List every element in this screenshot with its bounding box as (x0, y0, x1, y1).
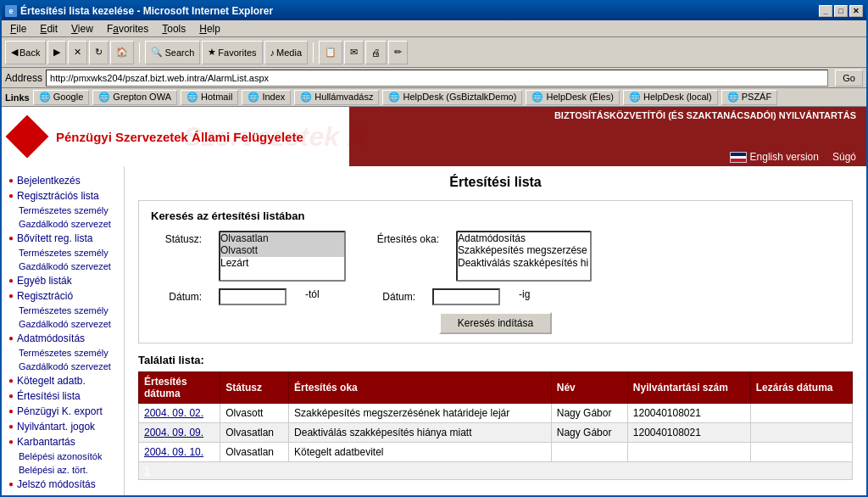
sidebar-item-kotegelt[interactable]: Kötegelt adatb. (2, 373, 124, 388)
logo-area: Pénzügyi Szervezetek Állami Felügyelete … (2, 107, 349, 166)
sidebar-item-regisztracio[interactable]: Regisztráció (2, 288, 124, 304)
separator-2 (313, 42, 314, 63)
sidebar-item-jelszo-modositas[interactable]: Jelszó módosítás (2, 477, 124, 492)
edit-page-button[interactable]: ✏ (388, 41, 408, 64)
status-option-olvasott[interactable]: Olvasott (220, 244, 344, 256)
link-helpdesk-local[interactable]: 🌐 HelpDesk (local) (623, 90, 718, 105)
status-option-lezart[interactable]: Lezárt (220, 257, 344, 269)
menu-file[interactable]: File (5, 21, 31, 36)
english-version-link[interactable]: English version (730, 151, 819, 163)
toolbar: ◀ Back ▶ ✕ ↻ 🏠 🔍 Search ★ Favorites ♪ Me… (2, 37, 866, 68)
home-button[interactable]: 🏠 (110, 41, 134, 64)
history-button[interactable]: 📋 (319, 41, 342, 64)
link-pszaf[interactable]: 🌐 PSZÁF (721, 90, 778, 105)
sidebar-item-term-szemely-2[interactable]: Természetes személy (2, 246, 124, 260)
sidebar-item-nyilvantart-jogok[interactable]: Nyilvántart. jogok (2, 419, 124, 434)
oka-option-deaktiv[interactable]: Deaktiválás szakképesítés hi (458, 257, 590, 269)
sidebar-item-ertesitesi-lista[interactable]: Értesítési lista (2, 388, 124, 404)
back-button[interactable]: ◀ Back (5, 41, 46, 64)
print-button[interactable]: 🖨 (365, 41, 387, 64)
sidebar-item-belepes-az-tort[interactable]: Belépési az. tört. (2, 463, 124, 477)
sidebar-item-karbantartas[interactable]: Karbantartás (2, 434, 124, 450)
row3-nev (551, 443, 627, 462)
row1-lezaras (750, 404, 852, 423)
sidebar-item-bovitett-reg[interactable]: Bővített reg. lista (2, 231, 124, 246)
sidebar-item-egyeb-listak[interactable]: Egyéb listák (2, 273, 124, 288)
forward-button[interactable]: ▶ (47, 41, 66, 64)
sidebar-item-penzugyi-export[interactable]: Pénzügyi K. export (2, 404, 124, 419)
link-google[interactable]: 🌐 Google (33, 90, 90, 105)
stop-button[interactable]: ✕ (68, 41, 87, 64)
oka-option-szakkep[interactable]: Szakképesítés megszerzése (458, 244, 590, 256)
separator-1 (139, 42, 140, 63)
close-button[interactable]: ✕ (849, 5, 863, 17)
link-hullamvadasz[interactable]: 🌐 Hullámvadász (294, 90, 379, 105)
sidebar-item-gazd-szervezet-3[interactable]: Gazdálkodó szervezet (2, 317, 124, 331)
favorites-button[interactable]: ★ Favorites (202, 41, 262, 64)
row2-lezaras (750, 423, 852, 443)
oka-option-adatmod[interactable]: Adatmódosítás (458, 232, 590, 244)
row1-ok: Szakképesítés megszerzésének határideje … (289, 404, 552, 423)
sidebar-item-gazd-szervezet-2[interactable]: Gazdálkodó szervezet (2, 260, 124, 273)
search-btn-row: Keresés indítása (151, 312, 840, 334)
address-input[interactable] (46, 70, 828, 87)
address-input-wrap (46, 70, 828, 87)
tol-suffix: -tól (305, 288, 320, 300)
search-start-button[interactable]: Keresés indítása (439, 312, 552, 334)
sidebar-item-regisztracios-lista[interactable]: Regisztrációs lista (2, 188, 124, 204)
row2-nyilv: 120040108021 (627, 423, 750, 443)
sidebar-item-adatmodositas[interactable]: Adatmódosítás (2, 331, 124, 346)
sidebar-item-belepes-azonositok[interactable]: Belépési azonosítók (2, 450, 124, 463)
datum-tol-input[interactable] (219, 288, 287, 305)
table-row: 2004. 09. 10. Olvasatlan Kötegelt adatbe… (139, 443, 853, 462)
datum-ig-input[interactable] (432, 288, 500, 305)
ertesites-oka-select[interactable]: Adatmódosítás Szakképesítés megszerzése … (456, 231, 592, 282)
row2-datum-link[interactable]: 2004. 09. 09. (144, 427, 203, 438)
go-button[interactable]: Go (835, 70, 863, 87)
row1-datum-link[interactable]: 2004. 09. 02. (144, 407, 203, 419)
minimize-button[interactable]: _ (819, 5, 832, 17)
sidebar-item-term-szemely-3[interactable]: Természetes személy (2, 304, 124, 317)
menu-tools[interactable]: Tools (157, 21, 191, 36)
refresh-button[interactable]: ↻ (89, 41, 108, 64)
results-table: Értesítésdátuma Státusz Értesítés oka Né… (138, 371, 853, 480)
row3-status: Olvasatlan (220, 443, 289, 462)
menu-edit[interactable]: Edit (35, 21, 63, 36)
row3-datum-link[interactable]: 2004. 09. 10. (144, 446, 203, 458)
maximize-button[interactable]: □ (834, 5, 848, 17)
search-group: 🔍 Search ★ Favorites ♪ Media (145, 41, 308, 64)
menu-help[interactable]: Help (194, 21, 225, 36)
status-select[interactable]: Olvasatlan Olvasott Lezárt (219, 231, 346, 282)
table-row: 2004. 09. 09. Olvasatlan Deaktiválás sza… (139, 423, 853, 443)
row3-nyilv (627, 443, 750, 462)
sidebar-item-gazd-szervezet-4[interactable]: Gazdálkodó szervezet (2, 360, 124, 373)
link-helpdesk-eles[interactable]: 🌐 HelpDesk (Éles) (526, 90, 620, 105)
window-controls[interactable]: _ □ ✕ (819, 5, 863, 17)
pagination-number[interactable]: 1 (144, 465, 150, 477)
link-index[interactable]: 🌐 Index (242, 90, 291, 105)
sidebar: Bejelentkezés Regisztrációs lista Termés… (2, 166, 125, 495)
menu-bar: File Edit View Favorites Tools Help (2, 20, 866, 37)
address-bar: Address Go (2, 68, 866, 88)
help-link[interactable]: Súgó (832, 151, 856, 163)
th-lezaras: Lezárás dátuma (750, 372, 852, 404)
sidebar-item-gazd-szervezet-1[interactable]: Gazdálkodó szervezet (2, 217, 124, 231)
row3-ok: Kötegelt adatbevitel (289, 443, 552, 462)
row2-nev: Nagy Gábor (551, 423, 627, 443)
status-option-olvasatlan[interactable]: Olvasatlan (220, 232, 344, 244)
sidebar-item-term-szemely-1[interactable]: Természetes személy (2, 204, 124, 217)
media-button[interactable]: ♪ Media (264, 41, 308, 64)
pagination-cell: 1 (139, 462, 853, 480)
menu-favorites[interactable]: Favorites (102, 21, 153, 36)
sidebar-item-term-szemely-4[interactable]: Természetes személy (2, 346, 124, 360)
link-grepton[interactable]: 🌐 Grepton OWA (92, 90, 177, 105)
link-hotmail[interactable]: 🌐 Hotmail (181, 90, 238, 105)
row3-datum: 2004. 09. 10. (139, 443, 220, 462)
datum-label2: Dátum: (364, 288, 415, 303)
menu-view[interactable]: View (66, 21, 98, 36)
sidebar-item-bejelentkezes[interactable]: Bejelentkezés (2, 173, 124, 188)
link-helpdesk-demo[interactable]: 🌐 HelpDesk (GsBiztalkDemo) (382, 90, 522, 105)
mail-button[interactable]: ✉ (344, 41, 364, 64)
sidebar-item-kijelentkezes[interactable]: Kijelentkezés (2, 492, 124, 495)
search-button[interactable]: 🔍 Search (145, 41, 200, 64)
